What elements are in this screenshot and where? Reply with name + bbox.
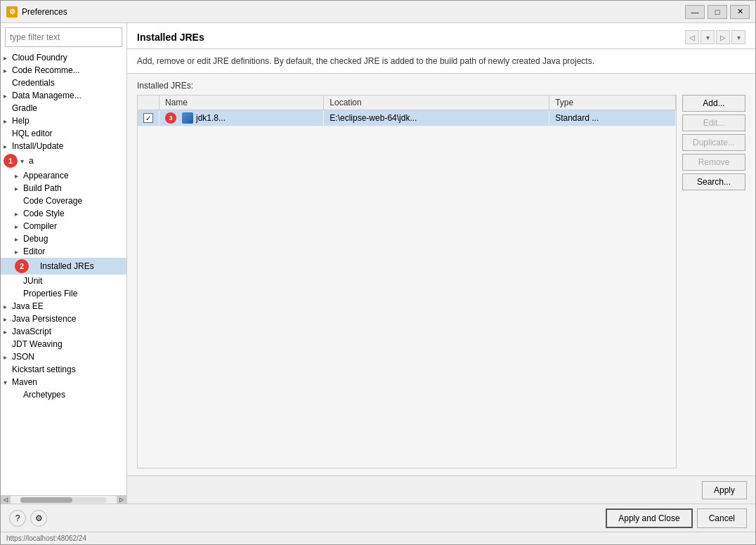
sidebar: ▸Cloud Foundry▸Code Recomme...Credential… bbox=[1, 23, 127, 504]
row-checkbox[interactable]: ✓ bbox=[138, 110, 159, 126]
sidebar-item-kickstart-settings[interactable]: Kickstart settings bbox=[1, 363, 126, 376]
sidebar-item-install-update[interactable]: ▸Install/Update bbox=[1, 140, 126, 152]
content-area: ▸Cloud Foundry▸Code Recomme...Credential… bbox=[1, 23, 755, 504]
maximize-button[interactable]: □ bbox=[708, 5, 727, 19]
edit-button[interactable]: Edit... bbox=[682, 114, 745, 131]
sidebar-item-appearance[interactable]: ▸Appearance bbox=[1, 169, 126, 182]
tree-label-java-parent: a bbox=[29, 156, 124, 166]
tree-arrow-cloud-foundry: ▸ bbox=[4, 54, 12, 62]
sidebar-item-code-style[interactable]: ▸Code Style bbox=[1, 207, 126, 220]
tree-label-cloud-foundry: Cloud Foundry bbox=[12, 53, 124, 63]
sidebar-item-help[interactable]: ▸Help bbox=[1, 114, 126, 127]
row-badge-0: 3 bbox=[165, 112, 176, 124]
tree-label-help: Help bbox=[12, 116, 124, 126]
close-button[interactable]: ✕ bbox=[730, 5, 750, 19]
side-buttons: Add... Edit... Duplicate... Remove Searc… bbox=[677, 95, 745, 468]
sidebar-item-hql-editor[interactable]: HQL editor bbox=[1, 127, 126, 140]
help-icon-button[interactable]: ? bbox=[9, 510, 26, 527]
minimize-button[interactable]: — bbox=[685, 5, 705, 19]
sidebar-scrollbar: ◁ ▷ bbox=[1, 495, 126, 504]
back-button[interactable]: ◁ bbox=[685, 30, 699, 44]
badge-installed-jres: 2 bbox=[15, 259, 29, 273]
back-dropdown-button[interactable]: ▾ bbox=[700, 30, 715, 44]
row-name: 3 jdk1.8... bbox=[159, 110, 324, 126]
window-controls: — □ ✕ bbox=[685, 5, 750, 19]
sidebar-item-debug[interactable]: ▸Debug bbox=[1, 232, 126, 245]
col-type: Type bbox=[549, 96, 676, 110]
sidebar-item-gradle[interactable]: Gradle bbox=[1, 102, 126, 114]
sidebar-item-editor[interactable]: ▸Editor bbox=[1, 245, 126, 258]
tree-label-kickstart-settings: Kickstart settings bbox=[12, 365, 124, 374]
sidebar-item-java-parent[interactable]: 1▾a bbox=[1, 152, 126, 169]
duplicate-button[interactable]: Duplicate... bbox=[682, 134, 745, 151]
tree-arrow-build-path: ▸ bbox=[15, 185, 23, 192]
sidebar-item-properties-file[interactable]: Properties File bbox=[1, 287, 126, 300]
jre-icon bbox=[182, 112, 193, 124]
sidebar-item-code-coverage[interactable]: Code Coverage bbox=[1, 195, 126, 207]
tree-label-java-ee: Java EE bbox=[12, 301, 124, 311]
title-bar: ⚙ Preferences — □ ✕ bbox=[1, 1, 755, 23]
h-scroll-track bbox=[20, 497, 107, 503]
preferences-window: ⚙ Preferences — □ ✕ ▸Cloud Foundry▸Code … bbox=[0, 0, 756, 545]
apply-bar: Apply bbox=[127, 475, 755, 504]
jre-content: Name Location Type ✓ 3 bbox=[137, 95, 745, 468]
sidebar-item-junit[interactable]: JUnit bbox=[1, 275, 126, 287]
tree-label-jdt-weaving: JDT Weaving bbox=[12, 339, 124, 349]
search-button[interactable]: Search... bbox=[682, 173, 745, 190]
tree-label-code-recommender: Code Recomme... bbox=[12, 65, 124, 75]
tree-label-editor: Editor bbox=[23, 247, 124, 256]
tree-label-credentials: Credentials bbox=[12, 78, 124, 88]
row-location: E:\eclipse-web-64\jdk... bbox=[324, 110, 549, 126]
status-bar: https://localhost:48062/24 bbox=[1, 532, 755, 544]
remove-button[interactable]: Remove bbox=[682, 154, 745, 171]
sidebar-item-data-management[interactable]: ▸Data Manageme... bbox=[1, 89, 126, 102]
filter-input[interactable] bbox=[5, 27, 122, 47]
tree-label-code-style: Code Style bbox=[23, 209, 124, 218]
apply-close-button[interactable]: Apply and Close bbox=[606, 508, 692, 528]
sidebar-item-java-ee[interactable]: ▸Java EE bbox=[1, 300, 126, 313]
forward-dropdown-button[interactable]: ▾ bbox=[731, 30, 745, 44]
tree-arrow-java-ee: ▸ bbox=[4, 303, 12, 310]
sidebar-item-jdt-weaving[interactable]: JDT Weaving bbox=[1, 338, 126, 350]
scroll-left-arrow[interactable]: ◁ bbox=[1, 496, 11, 504]
tree-arrow-appearance: ▸ bbox=[15, 172, 23, 180]
section-label: Installed JREs: bbox=[137, 81, 745, 91]
tree-label-build-path: Build Path bbox=[23, 183, 124, 193]
sidebar-item-installed-jres[interactable]: 2Installed JREs bbox=[1, 258, 126, 275]
cancel-button[interactable]: Cancel bbox=[697, 508, 747, 528]
table-row[interactable]: ✓ 3 jdk1.8... E:\eclipse-web-64\jdk... S… bbox=[138, 110, 676, 126]
main-area: ▸Cloud Foundry▸Code Recomme...Credential… bbox=[1, 23, 755, 544]
sidebar-item-compiler[interactable]: ▸Compiler bbox=[1, 220, 126, 232]
sidebar-item-code-recommender[interactable]: ▸Code Recomme... bbox=[1, 64, 126, 77]
tree-label-maven: Maven bbox=[12, 377, 124, 387]
tree-label-appearance: Appearance bbox=[23, 171, 124, 180]
tree-label-installed-jres: Installed JREs bbox=[40, 261, 124, 271]
tree-label-archetypes: Archetypes bbox=[23, 390, 124, 400]
tree-label-properties-file: Properties File bbox=[23, 289, 124, 298]
scroll-right-arrow[interactable]: ▷ bbox=[117, 496, 126, 504]
sidebar-item-maven[interactable]: ▾Maven bbox=[1, 376, 126, 388]
status-url: https://localhost:48062/24 bbox=[6, 534, 86, 542]
footer-left: ? ⚙ bbox=[9, 510, 47, 527]
sidebar-item-credentials[interactable]: Credentials bbox=[1, 77, 126, 89]
app-icon: ⚙ bbox=[6, 6, 18, 18]
h-scroll-thumb[interactable] bbox=[20, 497, 72, 503]
sidebar-item-archetypes[interactable]: Archetypes bbox=[1, 388, 126, 401]
sidebar-item-java-persistence[interactable]: ▸Java Persistence bbox=[1, 313, 126, 325]
tree-arrow-debug: ▸ bbox=[15, 235, 23, 243]
sidebar-item-json[interactable]: ▸JSON bbox=[1, 350, 126, 363]
sidebar-item-javascript[interactable]: ▸JavaScript bbox=[1, 325, 126, 338]
main-panel: Installed JREs ◁ ▾ ▷ ▾ Add, remove or ed… bbox=[127, 23, 755, 504]
forward-button[interactable]: ▷ bbox=[716, 30, 730, 44]
jre-checkbox-0[interactable]: ✓ bbox=[143, 113, 153, 123]
sidebar-item-build-path[interactable]: ▸Build Path bbox=[1, 182, 126, 195]
add-button[interactable]: Add... bbox=[682, 95, 745, 112]
footer-bar: ? ⚙ Apply and Close Cancel bbox=[1, 504, 755, 532]
jre-table: Name Location Type ✓ 3 bbox=[138, 96, 676, 126]
tree-arrow-data-management: ▸ bbox=[4, 92, 12, 100]
tree-arrow-install-update: ▸ bbox=[4, 143, 12, 150]
window-title: Preferences bbox=[22, 7, 685, 17]
apply-button[interactable]: Apply bbox=[702, 481, 747, 499]
settings-icon-button[interactable]: ⚙ bbox=[30, 510, 47, 527]
sidebar-item-cloud-foundry[interactable]: ▸Cloud Foundry bbox=[1, 51, 126, 64]
